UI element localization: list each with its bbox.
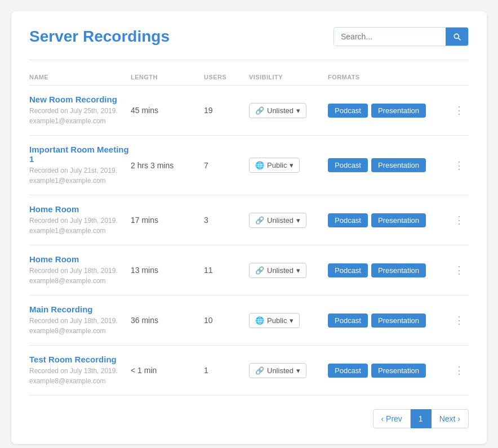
visibility-label: Unlisted — [267, 106, 294, 115]
table-row: New Room Recording Recorded on July 25th… — [29, 86, 469, 136]
recording-visibility-cell: 🔗 Unlisted ▾ — [249, 103, 328, 118]
recording-email: example1@example.com — [29, 116, 131, 126]
recording-formats-cell: PodcastPresentation — [328, 263, 452, 277]
col-formats: FORMATS — [328, 74, 452, 80]
more-actions-button[interactable]: ⋮ — [452, 312, 466, 329]
search-icon — [452, 32, 461, 41]
recording-users: 11 — [204, 266, 249, 275]
recording-name-cell: Main Recording Recorded on July 18th, 20… — [29, 304, 131, 336]
pagination: ‹ Prev 1 Next › — [29, 409, 469, 428]
recording-visibility-cell: 🔗 Unlisted ▾ — [249, 263, 328, 278]
visibility-label: Public — [267, 316, 287, 325]
recording-visibility-cell: 🔗 Unlisted ▾ — [249, 363, 328, 378]
recording-date: Recorded on July 18th, 2019. — [29, 266, 131, 276]
col-users: USERS — [204, 74, 249, 80]
globe-icon: 🌐 — [255, 161, 264, 169]
visibility-button[interactable]: 🔗 Unlisted ▾ — [249, 213, 306, 228]
recording-name-cell: Home Room Recorded on July 19th, 2019. e… — [29, 204, 131, 236]
recording-date: Recorded on July 13th, 2019. — [29, 366, 131, 376]
more-actions-cell: ⋮ — [452, 212, 469, 229]
recording-formats-cell: PodcastPresentation — [328, 213, 452, 227]
recording-name[interactable]: Home Room — [29, 204, 131, 214]
link-icon: 🔗 — [255, 266, 264, 275]
format-podcast-button[interactable]: Podcast — [328, 263, 368, 277]
format-presentation-button[interactable]: Presentation — [371, 104, 426, 118]
recording-name[interactable]: New Room Recording — [29, 95, 131, 104]
recording-formats-cell: PodcastPresentation — [328, 364, 452, 378]
recording-length: 36 mins — [131, 316, 204, 325]
dropdown-chevron-icon: ▾ — [296, 106, 300, 115]
format-podcast-button[interactable]: Podcast — [328, 364, 368, 378]
recording-date: Recorded on July 21st, 2019. — [29, 165, 131, 176]
recording-users: 7 — [204, 161, 249, 170]
recording-formats-cell: PodcastPresentation — [328, 313, 452, 328]
page-header: Server Recordings — [29, 27, 469, 46]
recording-name-cell: Home Room Recorded on July 18th, 2019. e… — [29, 254, 131, 286]
more-actions-cell: ⋮ — [452, 157, 469, 174]
format-presentation-button[interactable]: Presentation — [371, 364, 426, 378]
table-row: Main Recording Recorded on July 18th, 20… — [29, 295, 469, 346]
recording-users: 3 — [204, 216, 249, 225]
recording-users: 10 — [204, 316, 249, 325]
recording-name[interactable]: Test Room Recording — [29, 355, 131, 364]
current-page-button[interactable]: 1 — [411, 409, 432, 428]
recording-length: 2 hrs 3 mins — [131, 161, 204, 170]
recording-name[interactable]: Home Room — [29, 254, 131, 264]
table-header: NAME LENGTH USERS VISIBILITY FORMATS — [29, 69, 469, 86]
visibility-button[interactable]: 🌐 Public ▾ — [249, 313, 300, 328]
recording-name[interactable]: Important Room Meeting 1 — [29, 145, 131, 164]
recording-visibility-cell: 🌐 Public ▾ — [249, 313, 328, 328]
globe-icon: 🌐 — [255, 316, 264, 325]
recording-name-cell: New Room Recording Recorded on July 25th… — [29, 95, 131, 126]
table-row: Important Room Meeting 1 Recorded on Jul… — [29, 136, 469, 195]
recording-length: < 1 min — [131, 366, 204, 375]
next-page-button[interactable]: Next › — [432, 409, 469, 428]
recording-email: example8@example.com — [29, 276, 131, 286]
link-icon: 🔗 — [255, 106, 264, 115]
recording-users: 19 — [204, 106, 249, 115]
more-actions-button[interactable]: ⋮ — [452, 102, 466, 119]
visibility-label: Unlisted — [267, 366, 294, 375]
more-actions-cell: ⋮ — [452, 312, 469, 329]
format-podcast-button[interactable]: Podcast — [328, 158, 368, 172]
visibility-label: Public — [267, 161, 287, 169]
page-title: Server Recordings — [29, 28, 170, 46]
more-actions-button[interactable]: ⋮ — [452, 212, 466, 229]
recording-users: 1 — [204, 366, 249, 375]
search-input[interactable] — [334, 28, 446, 46]
format-presentation-button[interactable]: Presentation — [371, 158, 426, 172]
recording-name[interactable]: Main Recording — [29, 304, 131, 314]
prev-page-button[interactable]: ‹ Prev — [373, 409, 411, 428]
more-actions-button[interactable]: ⋮ — [452, 157, 466, 174]
dropdown-chevron-icon: ▾ — [296, 366, 300, 375]
format-podcast-button[interactable]: Podcast — [328, 213, 368, 227]
dropdown-chevron-icon: ▾ — [296, 216, 300, 225]
more-actions-button[interactable]: ⋮ — [452, 262, 466, 279]
table-row: Home Room Recorded on July 18th, 2019. e… — [29, 245, 469, 295]
col-name: NAME — [29, 74, 131, 80]
link-icon: 🔗 — [255, 216, 264, 225]
visibility-button[interactable]: 🌐 Public ▾ — [249, 158, 300, 173]
format-presentation-button[interactable]: Presentation — [371, 213, 426, 227]
visibility-button[interactable]: 🔗 Unlisted ▾ — [249, 263, 306, 278]
search-box — [334, 27, 469, 46]
format-presentation-button[interactable]: Presentation — [371, 263, 426, 277]
visibility-button[interactable]: 🔗 Unlisted ▾ — [249, 363, 306, 378]
visibility-button[interactable]: 🔗 Unlisted ▾ — [249, 103, 306, 118]
recording-length: 45 mins — [131, 106, 204, 115]
format-podcast-button[interactable]: Podcast — [328, 104, 368, 118]
main-container: Server Recordings NAME LENGTH USERS VISI… — [11, 11, 487, 444]
recording-email: example8@example.com — [29, 326, 131, 336]
visibility-label: Unlisted — [267, 216, 294, 225]
recording-date: Recorded on July 25th, 2019. — [29, 106, 131, 116]
more-actions-button[interactable]: ⋮ — [452, 362, 466, 379]
col-visibility: VISIBILITY — [249, 74, 328, 80]
col-actions — [452, 74, 469, 80]
search-button[interactable] — [446, 28, 468, 46]
recording-length: 13 mins — [131, 266, 204, 275]
recordings-list: New Room Recording Recorded on July 25th… — [29, 86, 469, 396]
format-presentation-button[interactable]: Presentation — [371, 313, 426, 328]
recording-formats-cell: PodcastPresentation — [328, 158, 452, 172]
format-podcast-button[interactable]: Podcast — [328, 313, 368, 328]
col-length: LENGTH — [131, 74, 204, 80]
